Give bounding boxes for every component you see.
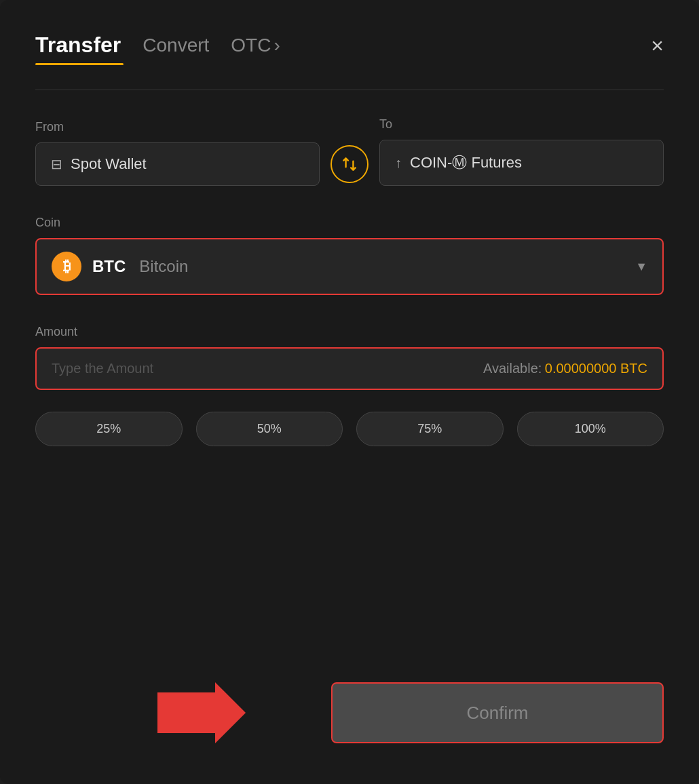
swap-button[interactable] xyxy=(330,145,369,183)
transfer-modal: Transfer Convert OTC › × From ⊟ Spot Wal… xyxy=(0,0,699,784)
percent-25-button[interactable]: 25% xyxy=(35,412,183,446)
tab-convert[interactable]: Convert xyxy=(143,35,209,56)
to-wallet-name: COIN-Ⓜ Futures xyxy=(410,153,522,173)
confirm-button[interactable]: Confirm xyxy=(331,682,664,743)
amount-label: Amount xyxy=(35,325,664,339)
bottom-section: Confirm xyxy=(35,682,664,743)
swap-icon xyxy=(341,155,358,173)
svg-marker-0 xyxy=(157,682,246,743)
arrow-wrapper xyxy=(157,682,246,743)
tab-transfer[interactable]: Transfer xyxy=(35,33,121,58)
tab-otc[interactable]: OTC › xyxy=(231,35,280,56)
coin-select[interactable]: ₿ BTC Bitcoin ▼ xyxy=(35,238,664,295)
to-label: To xyxy=(379,117,664,132)
from-wallet-box[interactable]: ⊟ Spot Wallet xyxy=(35,142,320,186)
tab-underline xyxy=(35,63,124,65)
from-label: From xyxy=(35,120,320,134)
amount-box[interactable]: Type the Amount Available: 0.00000000 BT… xyxy=(35,347,664,390)
swap-btn-wrapper xyxy=(320,145,379,186)
available-btc: 0.00000000 BTC xyxy=(545,361,647,376)
futures-icon: ↑ xyxy=(395,155,402,171)
to-section: To ↑ COIN-Ⓜ Futures xyxy=(379,117,664,186)
available-display: Available: 0.00000000 BTC xyxy=(483,361,647,376)
from-to-row: From ⊟ Spot Wallet To ↑ COIN-Ⓜ Futures xyxy=(35,117,664,186)
percent-row: 25% 50% 75% 100% xyxy=(35,412,664,446)
percent-75-button[interactable]: 75% xyxy=(356,412,504,446)
to-wallet-box[interactable]: ↑ COIN-Ⓜ Futures xyxy=(379,140,664,186)
percent-50-button[interactable]: 50% xyxy=(196,412,343,446)
percent-100-button[interactable]: 100% xyxy=(517,412,664,446)
coin-label: Coin xyxy=(35,216,664,230)
header-tabs: Transfer Convert OTC › × xyxy=(35,33,664,58)
btc-icon: ₿ xyxy=(52,252,81,281)
divider xyxy=(35,90,664,90)
amount-placeholder: Type the Amount xyxy=(52,361,153,376)
from-section: From ⊟ Spot Wallet xyxy=(35,120,320,186)
coin-symbol: BTC xyxy=(92,257,126,276)
available-label: Available: xyxy=(483,361,542,376)
close-button[interactable]: × xyxy=(651,35,664,56)
red-arrow-icon xyxy=(157,682,246,743)
from-wallet-name: Spot Wallet xyxy=(71,155,147,173)
wallet-card-icon: ⊟ xyxy=(51,156,62,172)
chevron-down-icon: ▼ xyxy=(635,260,647,274)
coin-full-name: Bitcoin xyxy=(139,257,188,276)
